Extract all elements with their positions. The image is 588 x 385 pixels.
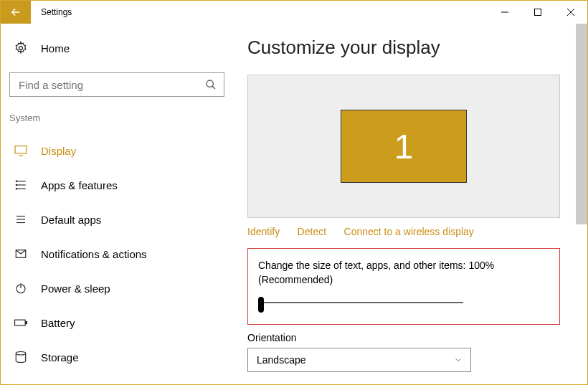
svg-point-23 — [16, 352, 26, 356]
nav-label: Notifications & actions — [41, 248, 147, 260]
power-icon — [14, 282, 27, 295]
monitor-1[interactable]: 1 — [341, 110, 467, 183]
minimize-icon — [501, 8, 509, 16]
nav-display[interactable]: Display — [1, 133, 234, 168]
scrollbar[interactable] — [576, 24, 587, 384]
nav-label: Battery — [41, 317, 75, 329]
arrow-left-icon — [9, 6, 22, 19]
scale-slider[interactable] — [258, 298, 549, 307]
close-button[interactable] — [554, 1, 587, 24]
sidebar: Home System Display Apps & features Defa… — [1, 24, 234, 384]
nav-label: Default apps — [41, 214, 101, 226]
scale-section: Change the size of text, apps, and other… — [247, 248, 560, 325]
search-icon — [205, 79, 217, 90]
nav-label: Apps & features — [41, 179, 118, 191]
page-title: Customize your display — [247, 37, 566, 59]
home-link[interactable]: Home — [1, 41, 234, 55]
svg-rect-21 — [15, 320, 26, 325]
storage-icon — [14, 351, 27, 363]
minimize-button[interactable] — [488, 1, 521, 24]
chevron-down-icon — [453, 355, 463, 365]
scrollbar-thumb[interactable] — [576, 24, 587, 224]
home-label: Home — [41, 42, 70, 54]
default-apps-icon — [14, 213, 27, 226]
display-preview[interactable]: 1 — [247, 75, 560, 218]
nav-power-sleep[interactable]: Power & sleep — [1, 271, 234, 305]
svg-rect-7 — [15, 146, 27, 153]
orientation-select[interactable]: Landscape — [247, 348, 471, 372]
nav-battery[interactable]: Battery — [1, 305, 234, 340]
content-pane: Customize your display 1 Identify Detect… — [234, 24, 587, 384]
nav-label: Storage — [41, 351, 79, 363]
detect-link[interactable]: Detect — [298, 226, 326, 237]
nav-label: Display — [41, 145, 76, 157]
nav-notifications[interactable]: Notifications & actions — [1, 237, 234, 271]
nav-apps-features[interactable]: Apps & features — [1, 168, 234, 202]
maximize-icon — [534, 8, 542, 16]
nav-default-apps[interactable]: Default apps — [1, 202, 234, 237]
window-title: Settings — [41, 7, 72, 17]
orientation-label: Orientation — [247, 332, 566, 343]
close-icon — [566, 8, 575, 16]
battery-icon — [14, 318, 28, 328]
notifications-icon — [14, 248, 27, 260]
svg-rect-22 — [26, 321, 27, 323]
identify-link[interactable]: Identify — [247, 226, 280, 237]
svg-point-4 — [19, 47, 23, 50]
section-label: System — [1, 113, 234, 123]
apps-icon — [14, 179, 27, 191]
scale-label: Change the size of text, apps, and other… — [258, 259, 549, 287]
search-box[interactable] — [9, 72, 224, 97]
nav-label: Power & sleep — [41, 282, 110, 295]
slider-track-line — [261, 302, 463, 303]
back-button[interactable] — [1, 1, 31, 24]
nav-storage[interactable]: Storage — [1, 340, 234, 374]
slider-thumb[interactable] — [258, 297, 264, 313]
search-input[interactable] — [19, 79, 205, 91]
wireless-display-link[interactable]: Connect to a wireless display — [344, 226, 474, 237]
svg-line-6 — [212, 86, 215, 89]
maximize-button[interactable] — [521, 1, 554, 24]
svg-rect-1 — [535, 9, 541, 16]
svg-point-5 — [207, 80, 213, 87]
gear-icon — [12, 41, 29, 55]
display-icon — [14, 145, 28, 156]
orientation-value: Landscape — [257, 354, 306, 366]
